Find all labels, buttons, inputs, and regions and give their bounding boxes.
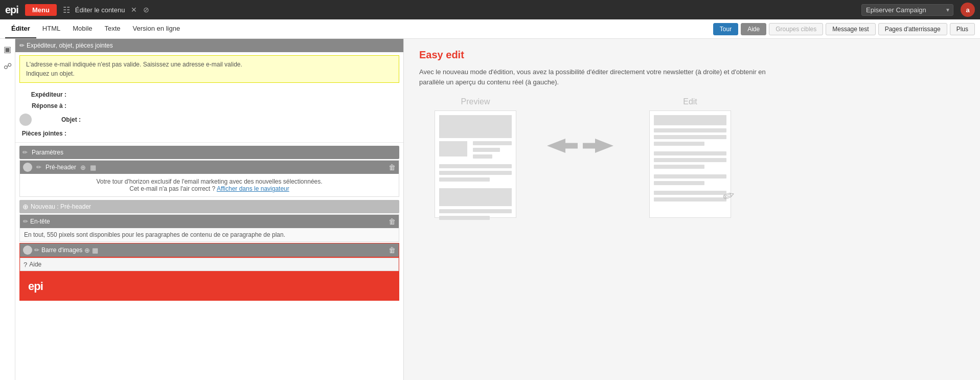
arrow-right: [547, 138, 583, 153]
preheader-link[interactable]: Afficher dans le navigateur: [217, 185, 289, 192]
preview-line-2: [473, 148, 500, 152]
preview-block-3: [439, 188, 512, 206]
pencil-icon-2: ✏: [22, 149, 28, 156]
preview-line-5: [439, 171, 512, 175]
close-icon[interactable]: ✕: [131, 6, 137, 14]
edit-line-8: [654, 181, 704, 185]
objet-row: Objet :: [19, 111, 399, 128]
logo: epi: [5, 4, 18, 16]
preview-block-1: [439, 115, 512, 138]
preview-edit-container: Preview: [435, 97, 965, 218]
pencil-illustration: ✏: [720, 186, 737, 206]
plus-circle-icon: ⊕: [22, 203, 29, 211]
warning-line1: L'adresse e-mail indiquée n'est pas vali…: [26, 60, 393, 69]
pieces-label: Pièces jointes :: [19, 130, 71, 137]
expediteur-row: Expéditeur :: [19, 89, 399, 100]
message-test-button[interactable]: Message test: [826, 23, 875, 35]
barre-label: Barre d'images: [41, 247, 82, 254]
form-section: Expéditeur : Réponse à : Objet : Pièces …: [15, 86, 403, 143]
edit-line-4: [654, 151, 726, 155]
move-icon[interactable]: ⊕: [80, 164, 86, 171]
parametres-label: Paramètres: [32, 149, 63, 156]
nouveau-toolbar[interactable]: ⊕ Nouveau : Pré-header: [19, 200, 399, 213]
mobile-icon[interactable]: ☍: [2, 60, 13, 73]
barre-toolbar[interactable]: ✏ Barre d'images ⊕ ▦ 🗑: [20, 243, 399, 257]
expediteur-toolbar[interactable]: ✏ Expéditeur, objet, pièces jointes: [15, 39, 403, 52]
groupes-cibles-button[interactable]: Groupes cibles: [769, 23, 823, 35]
avatar-icon: [19, 114, 32, 126]
edit-line-1: [654, 128, 726, 132]
preheader-toolbar[interactable]: ✏ Pré-header ⊕ ▦ 🗑: [20, 161, 399, 174]
toolbar-label: Expéditeur, objet, pièces jointes: [27, 42, 113, 49]
preview-line-3: [473, 154, 492, 159]
preview-line-7: [439, 209, 512, 213]
logo-area: epi: [20, 272, 399, 300]
expediteur-label: Expéditeur :: [19, 91, 71, 98]
objet-label: Objet :: [34, 116, 85, 123]
copy-icon[interactable]: ▦: [90, 164, 96, 171]
tab-label: Éditer le contenu: [75, 6, 125, 14]
pencil-icon-3: ✏: [36, 164, 41, 171]
user-avatar[interactable]: a: [961, 3, 975, 17]
preheader-avatar: [23, 163, 32, 172]
arrow-left: [583, 138, 619, 153]
easy-edit-title: Easy edit: [419, 49, 965, 61]
tab-html[interactable]: HTML: [36, 19, 66, 38]
delete-icon[interactable]: 🗑: [389, 163, 396, 171]
delete-icon-2[interactable]: 🗑: [389, 217, 396, 226]
help-icon[interactable]: ⊘: [143, 6, 149, 14]
plus-button[interactable]: Plus: [950, 23, 975, 35]
pencil-icon: ✏: [19, 42, 25, 49]
preview-line-8: [439, 216, 490, 220]
delete-icon-3[interactable]: 🗑: [389, 246, 396, 254]
preheader-link-row: Cet e-mail n'a pas l'air correct ? Affic…: [24, 185, 395, 192]
aide-bar[interactable]: ? Aide: [20, 258, 399, 271]
warning-box: L'adresse e-mail indiquée n'est pas vali…: [19, 55, 399, 83]
aide-item-label: Aide: [29, 261, 41, 268]
barre-avatar: [23, 245, 32, 255]
question-icon: ?: [24, 261, 27, 269]
pages-atterrissage-button[interactable]: Pages d'atterrissage: [878, 23, 947, 35]
edit-line-6: [654, 165, 704, 169]
tab-texte[interactable]: Texte: [99, 19, 127, 38]
epi-logo: epi: [28, 280, 43, 293]
edit-line-7: [654, 174, 726, 178]
tour-button[interactable]: Tour: [713, 23, 738, 35]
reponse-row: Réponse à :: [19, 100, 399, 111]
copy-icon-2[interactable]: ▦: [92, 247, 98, 254]
tab-version-en-ligne[interactable]: Version en ligne: [127, 19, 187, 38]
edit-line-2: [654, 135, 726, 139]
pieces-row: Pièces jointes :: [19, 128, 399, 139]
aide-button[interactable]: Aide: [741, 23, 766, 35]
edit-line-5: [654, 158, 726, 162]
entete-label: En-tête: [30, 218, 50, 225]
right-panel: Easy edit Avec le nouveau mode d'édition…: [404, 39, 980, 380]
move-icon-2[interactable]: ⊕: [84, 247, 90, 254]
reponse-label: Réponse à :: [19, 102, 71, 109]
tab-editer[interactable]: Éditer: [5, 19, 36, 38]
main-layout: ▣ ☍ ✏ Expéditeur, objet, pièces jointes …: [0, 39, 980, 380]
edit-doc: ✏: [649, 110, 731, 218]
tab-mobile[interactable]: Mobile: [66, 19, 98, 38]
warning-line2: Indiquez un objet.: [26, 69, 393, 78]
editor-panel: ✏ Expéditeur, objet, pièces jointes L'ad…: [15, 39, 404, 380]
preview-line-4: [439, 164, 512, 168]
edit-label: Edit: [683, 97, 697, 106]
menu-button[interactable]: Menu: [25, 4, 57, 16]
edit-block-1: [654, 115, 726, 125]
barre-section: ✏ Barre d'images ⊕ ▦ 🗑 ? Aide epi: [19, 243, 399, 301]
topbar: epi Menu ☷ Éditer le contenu ✕ ⊘ Episerv…: [0, 0, 980, 19]
preheader-section: ✏ Pré-header ⊕ ▦ 🗑 Votre tour d'horizon …: [19, 160, 399, 197]
campaign-select-wrapper[interactable]: Episerver Campaign: [861, 4, 953, 16]
desktop-icon[interactable]: ▣: [2, 43, 13, 56]
campaign-select[interactable]: Episerver Campaign: [861, 4, 953, 16]
entete-toolbar[interactable]: ✏ En-tête 🗑: [20, 215, 399, 228]
preview-col: Preview: [435, 97, 516, 218]
secondbar: Éditer HTML Mobile Texte Version en lign…: [0, 19, 980, 39]
nouveau-label: Nouveau : Pré-header: [31, 203, 91, 210]
edit-line-9: [654, 191, 726, 195]
parametres-toolbar[interactable]: ✏ Paramètres: [19, 146, 399, 159]
preheader-text: Votre tour d'horizon exclusif de l'email…: [24, 178, 395, 185]
entete-section: ✏ En-tête 🗑 En tout, 550 pixels sont dis…: [19, 214, 399, 242]
tabs: Éditer HTML Mobile Texte Version en lign…: [5, 19, 186, 38]
